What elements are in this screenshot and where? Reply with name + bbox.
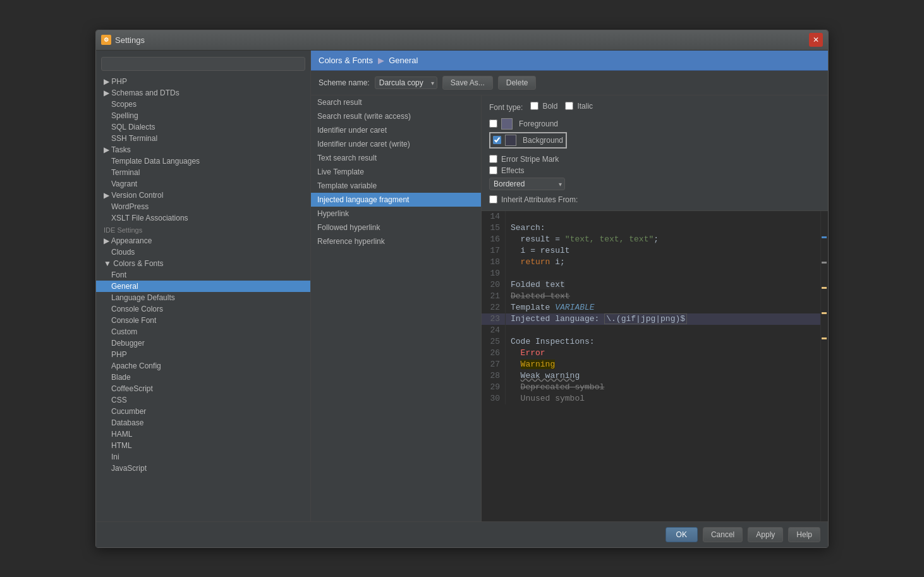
item-id-caret-write[interactable]: Identifier under caret (write) bbox=[311, 137, 481, 151]
sidebar-item-php[interactable]: ▶ PHP bbox=[96, 76, 310, 87]
dialog-titlebar: ⚙ Settings ✕ bbox=[96, 30, 828, 51]
ide-settings-label: IDE Settings bbox=[96, 224, 310, 235]
sidebar-item-custom[interactable]: Custom bbox=[96, 326, 310, 337]
code-line-24: 24 bbox=[482, 325, 828, 336]
sidebar-item-php2[interactable]: PHP bbox=[96, 349, 310, 360]
code-line-27: 27 Warning bbox=[482, 359, 828, 370]
sidebar-item-terminal[interactable]: Terminal bbox=[96, 167, 310, 178]
apply-button[interactable]: Apply bbox=[748, 527, 783, 542]
delete-button[interactable]: Delete bbox=[498, 76, 537, 90]
code-line-20: 20 Folded text bbox=[482, 279, 828, 291]
sidebar-item-haml[interactable]: HAML bbox=[96, 428, 310, 440]
item-text-search[interactable]: Text search result bbox=[311, 151, 481, 165]
mini-indicator-4 bbox=[822, 312, 827, 314]
code-line-25: 25 Code Inspections: bbox=[482, 336, 828, 348]
item-hyperlink[interactable]: Hyperlink bbox=[311, 207, 481, 221]
foreground-color-swatch[interactable] bbox=[501, 118, 513, 130]
breadcrumb-separator: ▶ bbox=[378, 56, 384, 65]
item-search-result[interactable]: Search result bbox=[311, 95, 481, 109]
sidebar-item-schemas[interactable]: ▶ Schemas and DTDs bbox=[96, 87, 310, 99]
sidebar-item-tasks[interactable]: ▶ Tasks bbox=[96, 144, 310, 155]
sidebar-item-clouds[interactable]: Clouds bbox=[96, 246, 310, 258]
code-line-19: 19 bbox=[482, 268, 828, 279]
bold-label[interactable]: Bold bbox=[530, 102, 557, 111]
sidebar-item-css[interactable]: CSS bbox=[96, 394, 310, 406]
effects-row: Effects bbox=[489, 166, 820, 175]
item-search-write[interactable]: Search result (write access) bbox=[311, 109, 481, 123]
save-as-button[interactable]: Save As... bbox=[442, 76, 493, 90]
italic-label[interactable]: Italic bbox=[565, 102, 593, 111]
effects-dropdown-row: Bordered Underscored Bold underscored Un… bbox=[489, 178, 820, 190]
mini-indicator-2 bbox=[822, 262, 827, 264]
options-section: Font type: Bold Italic bbox=[482, 95, 828, 211]
sidebar-item-appearance[interactable]: ▶ Appearance bbox=[96, 235, 310, 246]
item-tmpl-var[interactable]: Template variable bbox=[311, 179, 481, 193]
sidebar-item-ssh[interactable]: SSH Terminal bbox=[96, 133, 310, 144]
scheme-select[interactable]: Darcula copy Darcula Default bbox=[375, 76, 437, 89]
sidebar-item-spelling[interactable]: Spelling bbox=[96, 110, 310, 121]
main-content: Colors & Fonts ▶ General Scheme name: Da… bbox=[311, 51, 828, 521]
item-injected[interactable]: Injected language fragment bbox=[311, 193, 481, 207]
main-header: Colors & Fonts ▶ General bbox=[311, 51, 828, 71]
font-type-row: Font type: Bold Italic bbox=[489, 102, 820, 113]
sidebar-item-lang-defaults[interactable]: Language Defaults bbox=[96, 292, 310, 303]
breadcrumb-child: General bbox=[389, 56, 418, 65]
sidebar: ▶ PHP ▶ Schemas and DTDs Scopes Spelling… bbox=[96, 51, 311, 521]
mini-indicator-3 bbox=[822, 287, 827, 289]
sidebar-item-vagrant[interactable]: Vagrant bbox=[96, 178, 310, 190]
sidebar-item-debugger[interactable]: Debugger bbox=[96, 337, 310, 349]
code-line-16: 16 result = "text, text, text"; bbox=[482, 234, 828, 245]
background-checkbox[interactable] bbox=[493, 136, 501, 144]
sidebar-item-font[interactable]: Font bbox=[96, 269, 310, 281]
dialog-footer: OK Cancel Apply Help bbox=[96, 521, 828, 547]
item-live-tmpl[interactable]: Live Template bbox=[311, 165, 481, 179]
sidebar-item-html[interactable]: HTML bbox=[96, 440, 310, 451]
code-preview: 14 15 Search: 16 result = "text, text, t… bbox=[482, 211, 828, 521]
right-panel: Font type: Bold Italic bbox=[482, 95, 828, 521]
item-followed-link[interactable]: Followed hyperlink bbox=[311, 221, 481, 234]
sidebar-item-cucumber[interactable]: Cucumber bbox=[96, 406, 310, 417]
sidebar-item-apache[interactable]: Apache Config bbox=[96, 360, 310, 372]
sidebar-item-general[interactable]: General bbox=[96, 281, 310, 292]
item-id-caret[interactable]: Identifier under caret bbox=[311, 123, 481, 137]
error-stripe-checkbox[interactable] bbox=[489, 155, 497, 163]
search-input[interactable] bbox=[101, 57, 305, 71]
effects-select[interactable]: Bordered Underscored Bold underscored Un… bbox=[489, 178, 565, 190]
sidebar-item-console-font[interactable]: Console Font bbox=[96, 315, 310, 326]
sidebar-item-tdl[interactable]: Template Data Languages bbox=[96, 155, 310, 167]
sidebar-item-scopes[interactable]: Scopes bbox=[96, 99, 310, 110]
sidebar-item-colors-fonts[interactable]: ▼ Colors & Fonts bbox=[96, 258, 310, 269]
error-stripe-row: Error Stripe Mark bbox=[489, 155, 820, 164]
sidebar-item-vc[interactable]: ▶ Version Control bbox=[96, 190, 310, 201]
close-button[interactable]: ✕ bbox=[809, 33, 823, 47]
help-button[interactable]: Help bbox=[788, 527, 820, 542]
scheme-row: Scheme name: Darcula copy Darcula Defaul… bbox=[311, 71, 828, 95]
item-ref-link[interactable]: Reference hyperlink bbox=[311, 234, 481, 248]
background-color-swatch[interactable] bbox=[505, 135, 516, 146]
italic-checkbox[interactable] bbox=[565, 102, 573, 110]
scheme-label: Scheme name: bbox=[319, 78, 370, 87]
foreground-checkbox[interactable] bbox=[489, 119, 497, 128]
bold-checkbox[interactable] bbox=[530, 102, 538, 110]
sidebar-item-console-colors[interactable]: Console Colors bbox=[96, 303, 310, 315]
sidebar-item-blade[interactable]: Blade bbox=[96, 372, 310, 383]
effects-checkbox[interactable] bbox=[489, 166, 497, 174]
inherit-row: Inherit Attributes From: bbox=[489, 195, 820, 204]
sidebar-item-wordpress[interactable]: WordPress bbox=[96, 201, 310, 212]
code-line-14: 14 bbox=[482, 211, 828, 222]
cancel-button[interactable]: Cancel bbox=[703, 527, 743, 542]
inherit-checkbox[interactable] bbox=[489, 195, 497, 203]
settings-dialog: ⚙ Settings ✕ ▶ PHP ▶ Schemas and DTDs Sc… bbox=[95, 30, 829, 548]
sidebar-item-sql[interactable]: SQL Dialects bbox=[96, 121, 310, 133]
sidebar-item-coffee[interactable]: CoffeeScript bbox=[96, 383, 310, 394]
ok-button[interactable]: OK bbox=[666, 527, 698, 542]
sidebar-item-xslt[interactable]: XSLT File Associations bbox=[96, 212, 310, 224]
sidebar-item-database[interactable]: Database bbox=[96, 417, 310, 428]
foreground-row: Foreground bbox=[489, 118, 820, 130]
sidebar-item-ini[interactable]: Ini bbox=[96, 451, 310, 463]
mini-indicator-5 bbox=[822, 337, 827, 339]
code-line-18: 18 return i; bbox=[482, 257, 828, 268]
sidebar-item-js[interactable]: JavaScript bbox=[96, 463, 310, 474]
search-container bbox=[96, 54, 310, 73]
code-line-23: 23 Injected language: \.(gif|jpg|png)$ bbox=[482, 313, 828, 325]
